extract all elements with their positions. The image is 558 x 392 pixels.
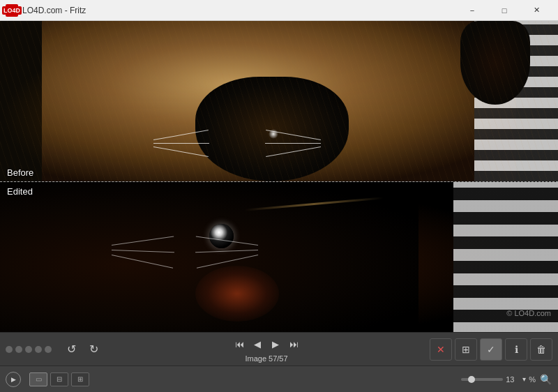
navigation-controls: ⏮ ◀ ▶ ⏭ — [231, 336, 302, 353]
window-controls: − □ ✕ — [456, 0, 552, 21]
nav-first-button[interactable]: ⏮ — [231, 336, 248, 353]
before-label: Before — [7, 167, 33, 178]
muzzle-glow — [195, 266, 279, 322]
image-counter: Image 57/57 — [245, 354, 287, 363]
before-image-area — [0, 21, 558, 181]
statusbar: ▶ ▭ ⊟ ⊞ 13 ▾ % 🔍 — [0, 365, 558, 392]
play-icon: ▶ — [11, 376, 16, 383]
minimize-button[interactable]: − — [456, 0, 488, 21]
before-after-divider — [0, 181, 558, 182]
close-button[interactable]: ✕ — [520, 0, 552, 21]
window-title: LO4D.com - Fritz — [22, 6, 86, 15]
zoom-value: 13 — [506, 375, 520, 384]
approve-button[interactable]: ✓ — [480, 338, 502, 361]
dot-1[interactable] — [6, 346, 13, 353]
nav-next-button[interactable]: ▶ — [267, 336, 284, 353]
toolbar-left-section: ↺ ↻ — [6, 340, 103, 359]
zoom-dropdown-arrow[interactable]: ▾ — [522, 375, 526, 383]
logo-text: LO4D — [2, 6, 22, 15]
nav-last-button[interactable]: ⏭ — [285, 336, 302, 353]
zoom-thumb — [468, 376, 475, 383]
compare-h-button[interactable]: ⊟ — [50, 372, 68, 386]
fabric-right-after — [453, 182, 558, 347]
info-button[interactable]: ℹ — [505, 338, 527, 361]
edited-label: Edited — [7, 186, 33, 197]
after-image — [0, 182, 558, 347]
reject-button[interactable]: ✕ — [430, 338, 452, 361]
whisker-5 — [265, 143, 321, 144]
view-mode-buttons: ▭ ⊟ ⊞ — [29, 372, 89, 386]
app-logo: LO4D — [6, 4, 18, 17]
zoom-slider[interactable] — [461, 378, 503, 381]
delete-button[interactable]: 🗑 — [530, 338, 552, 361]
toolbar-center-section: ⏮ ◀ ▶ ⏭ Image 57/57 — [231, 336, 302, 363]
zoom-fit-button[interactable]: 🔍 — [538, 372, 552, 386]
grid-button[interactable]: ⊞ — [455, 338, 477, 361]
compare-v-button[interactable]: ⊞ — [71, 372, 89, 386]
dot-2[interactable] — [15, 346, 22, 353]
nav-prev-button[interactable]: ◀ — [249, 336, 266, 353]
titlebar-left: LO4D LO4D.com - Fritz — [6, 4, 86, 17]
zoom-percent: % — [529, 375, 536, 384]
play-button[interactable]: ▶ — [6, 372, 21, 387]
cat-eye-after — [209, 224, 234, 248]
zoom-fit-icon: 🔍 — [540, 374, 552, 385]
dot-4[interactable] — [35, 346, 42, 353]
before-image — [0, 21, 558, 181]
maximize-button[interactable]: □ — [488, 0, 520, 21]
after-image-area — [0, 182, 558, 347]
dot-5[interactable] — [45, 346, 52, 353]
zoom-area: 13 ▾ % 🔍 — [461, 372, 552, 386]
single-view-button[interactable]: ▭ — [29, 372, 47, 386]
whisker-2 — [153, 143, 209, 144]
redo-button[interactable]: ↻ — [84, 340, 103, 359]
titlebar: LO4D LO4D.com - Fritz − □ ✕ — [0, 0, 558, 21]
cat-paw-before — [460, 21, 530, 105]
image-viewer: Before Edited © LO4D.com — [0, 21, 558, 347]
bottom-toolbar: ↺ ↻ ⏮ ◀ ▶ ⏭ Image 57/57 ✕ ⊞ ✓ ℹ 🗑 — [0, 332, 558, 365]
undo-button[interactable]: ↺ — [61, 340, 81, 359]
toolbar-right-section: ✕ ⊞ ✓ ℹ 🗑 — [430, 338, 552, 361]
dot-3[interactable] — [25, 346, 32, 353]
undo-redo-group: ↺ ↻ — [61, 340, 103, 359]
